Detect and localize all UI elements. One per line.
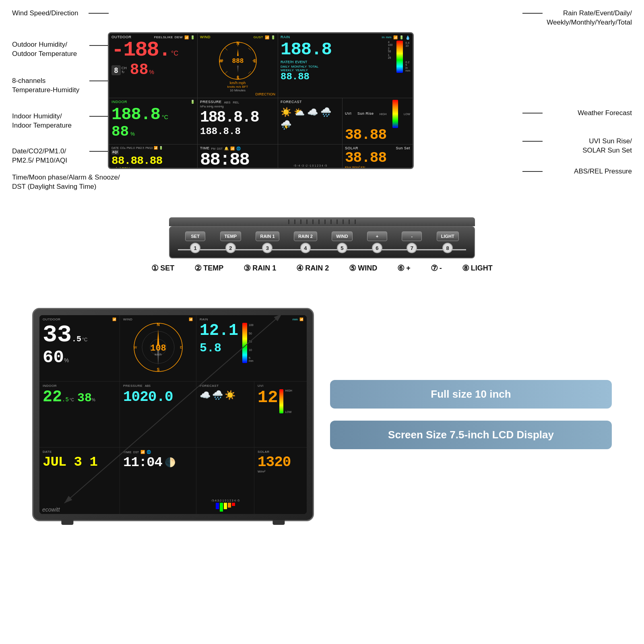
foot-left — [61, 520, 73, 525]
lcd-gust-label: GUST — [254, 35, 263, 39]
info-box-size-text: Full size 10 inch — [346, 388, 596, 400]
wind-button[interactable]: WIND — [332, 231, 352, 241]
rain-color-bar — [396, 41, 403, 73]
lcd-dew-label: DEW — [175, 35, 183, 39]
lcd-pressure-value: 188.8.8 — [200, 110, 275, 125]
dev-rain-unit: mm — [293, 318, 298, 321]
dev-solar-label: SOLAR — [258, 450, 303, 454]
vent-1 — [288, 219, 289, 224]
vent-9 — [336, 219, 338, 224]
lcd-total-label: TOTAL — [308, 65, 318, 68]
lcd-rain-value2: 88.88 — [281, 72, 386, 82]
dev-time-cell: TIME DST 📶 🌐 11:04 🌓 — [120, 448, 196, 514]
dev-wind-label: WIND — [123, 318, 132, 321]
device-screen: OUTDOOR 📶 33 .5 °C 60 % — [39, 315, 307, 514]
lcd-rain-cell: RAIN in mm 📶 🔋 💧 188.8 RATE/H EVENT — [278, 33, 413, 98]
info-box-screen-text: Screen Size 7.5-inch LCD Display — [346, 429, 596, 441]
btn-num-8: 8 — [442, 243, 453, 253]
lcd-indoor-cell: INDOOR 🔋 188.8 °C 88 % — [109, 98, 198, 144]
vent-3 — [300, 219, 301, 224]
ann-time-moon: Time/Moon phase/Alarm & Snooze/DST (Dayl… — [12, 173, 120, 192]
button-strip: SET 1 TEMP 2 RAIN 1 3 RAIN 2 4 WIND 5 + … — [169, 226, 475, 258]
lcd-sunrise-label: Sun Rise — [357, 111, 374, 116]
lcd-wind-label: WIND — [200, 35, 211, 39]
forecast-cloud-icon: ☁️ — [307, 107, 318, 118]
lcd-rain-label: RAIN — [281, 35, 290, 39]
ann-outdoor-humidity: Outdoor Humidity/Outdoor Temperature — [12, 40, 77, 59]
forecast-storm-icon: ⛈️ — [281, 120, 291, 130]
rain2-button[interactable]: RAIN 2 — [294, 231, 317, 241]
minus-button[interactable]: - — [402, 231, 422, 241]
svg-line-10 — [248, 48, 251, 50]
lcd-indoor-hum: 88 — [111, 125, 129, 139]
dev-wind-cell: WIND 📶 N E S W — [120, 315, 196, 381]
btn-label-temp: ② TEMP — [194, 263, 223, 273]
lcd-solar-cell: SOLAR Sun Set 38.88 Klux W/m² Kfc — [343, 144, 413, 169]
vent-6 — [318, 219, 320, 224]
dev-rain-label: RAIN — [200, 318, 208, 321]
temp-button[interactable]: TEMP — [220, 231, 242, 241]
svg-text:N: N — [157, 322, 159, 327]
vent-2 — [294, 219, 295, 224]
svg-text:km/h: km/h — [155, 353, 161, 356]
dev-time-label: TIME — [123, 450, 132, 454]
wind-compass: N E S W — [218, 41, 258, 81]
lcd-event-label: EVENT — [295, 60, 307, 64]
btn-label-wind: ⑤ WIND — [349, 263, 377, 273]
lcd-channels: 8 — [111, 65, 121, 75]
btn-label-plus: ⑥ + — [397, 263, 411, 273]
btn-label-minus: ⑦ - — [431, 263, 442, 273]
lcd-forecast-label: FORECAST — [281, 100, 340, 104]
dev-date-cell: DATE JUL 3 1 — [39, 448, 120, 514]
lcd-wind-unit: km/h mph — [230, 81, 246, 85]
foot-right — [273, 520, 285, 525]
lcd-rate-label: RATE/H — [281, 60, 293, 64]
btn-num-4: 4 — [300, 243, 311, 253]
dev-indoor-cell: INDOOR 22 .5 °C 38 % — [39, 382, 120, 448]
forecast-rain-icon: 🌧️ — [320, 107, 331, 118]
lcd-forecast-cell: FORECAST ☀️ ⛅ ☁️ 🌧️ ⛈️ — [278, 98, 343, 144]
vent-12 — [355, 219, 356, 224]
rain1-button[interactable]: RAIN 1 — [256, 231, 279, 241]
lcd-solar-value: 38.88 — [345, 151, 410, 165]
btn-num-6: 6 — [372, 243, 382, 253]
info-boxes: Full size 10 inch Screen Size 7.5-inch L… — [330, 380, 612, 449]
info-box-size: Full size 10 inch — [330, 380, 612, 409]
dev-row-3: DATE JUL 3 1 TIME DST 📶 🌐 11:04 🌓 — [39, 448, 307, 514]
button-section: SET 1 TEMP 2 RAIN 1 3 RAIN 2 4 WIND 5 + … — [0, 213, 644, 294]
btn-num-5: 5 — [337, 243, 347, 253]
dev-pressure-cell: PRESSURE ABS 1020.0 — [120, 382, 196, 448]
lcd-wind-unit2: knots m/s BFT — [227, 85, 248, 89]
dev-date-label: DATE — [43, 450, 116, 454]
ann-uvi-sun: UVI Sun Rise/SOLAR Sun Set — [582, 137, 632, 155]
button-top-strip — [169, 217, 475, 226]
ann-wind-speed: Wind Speed/Direction — [12, 9, 78, 18]
dev-forecast-label: FORECAST — [200, 384, 251, 388]
btn-label-light: ⑧ LIGHT — [462, 263, 493, 273]
device-frame: OUTDOOR 📶 33 .5 °C 60 % — [32, 308, 314, 521]
brand-label: ecowitt — [42, 506, 60, 513]
vent-8 — [330, 219, 332, 224]
set-button[interactable]: SET — [185, 231, 205, 241]
dev-indoor-decimal: .5 — [62, 396, 69, 403]
dev-forecast-cloud-icon: ☁️ — [200, 390, 211, 400]
device-section: OUTDOOR 📶 33 .5 °C 60 % — [0, 294, 644, 535]
lcd-sunset-label: Sun Set — [396, 146, 410, 150]
svg-text:S: S — [157, 367, 159, 372]
dev-pressure-val: 1020.0 — [123, 390, 193, 405]
ann-date-co2: Date/CO2/PM1.0/PM2.5/ PM10/AQI — [12, 147, 67, 165]
plus-button[interactable]: + — [367, 231, 387, 241]
btn-label-rain1: ③ RAIN 1 — [244, 263, 276, 273]
lcd-date-cell: DATE CO₂ PM1.0 PM2.5 PM10 📶 🔋 AQI 88.88.… — [109, 144, 198, 169]
lcd-uvi-cell: UVI Sun Rise HIGH LOW 38.88 — [343, 98, 413, 144]
lcd-pressure-cell: PRESSURE ABS REL hPa inHg mmHg 188.8.8 1… — [198, 98, 278, 144]
lcd-wind-cell: WIND GUST 📶 🔋 N E S — [198, 33, 278, 98]
vent-7 — [324, 219, 326, 224]
dev-indoor-label: INDOOR — [43, 384, 116, 388]
light-button[interactable]: LIGHT — [437, 231, 459, 241]
forecast-cloud-sun-icon: ⛅ — [294, 107, 305, 118]
dev-outdoor-label: OUTDOOR — [43, 318, 60, 321]
lcd-daily-label: DAILY — [281, 65, 290, 68]
vent-10 — [343, 219, 344, 224]
lcd-time-cell: TIME PM DST 🔔 📶 🌐 88:88 🌓 — [198, 144, 278, 169]
